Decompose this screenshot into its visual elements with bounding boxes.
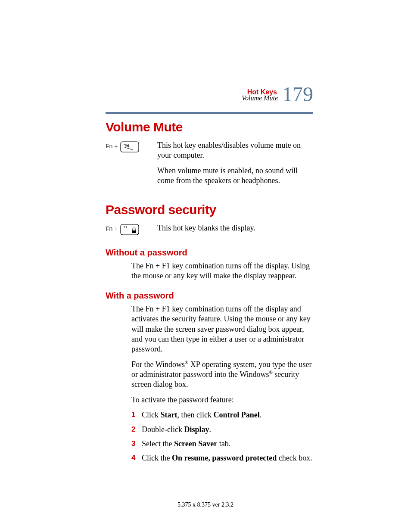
hotkey-column: Fn + F1 xyxy=(106,223,157,236)
content-area: Volume Mute Fn + esc This hot key enable… xyxy=(106,120,313,468)
bold-text: Control Panel xyxy=(213,411,259,419)
fn-label: Fn + xyxy=(106,141,118,149)
page: Hot Keys 179 Volume Mute Volume Mute Fn … xyxy=(0,0,411,532)
password-row: Fn + F1 This hot key blanks the display. xyxy=(106,223,313,238)
password-body: This hot key blanks the display. xyxy=(157,223,313,238)
svg-line-1 xyxy=(125,147,133,150)
section-label: Volume Mute xyxy=(242,94,278,102)
with-password-p1: The Fn + F1 key combination turns off th… xyxy=(131,304,313,355)
text: Click xyxy=(142,411,161,419)
with-password-body: The Fn + F1 key combination turns off th… xyxy=(131,304,313,464)
with-password-p2: For the Windows® XP operating system, yo… xyxy=(131,360,313,390)
fn-label: Fn + xyxy=(106,224,118,232)
text: Double-click xyxy=(142,425,184,434)
bold-text: Start xyxy=(161,411,177,419)
without-password-body: The Fn + F1 key combination turns off th… xyxy=(131,261,313,281)
text: . xyxy=(209,425,212,434)
svg-text:F1: F1 xyxy=(124,226,127,229)
bold-text: Display xyxy=(184,425,209,434)
hotkey-column: Fn + esc xyxy=(106,140,157,154)
text: For the Windows xyxy=(131,360,185,369)
bold-text: On resume, password protected xyxy=(172,454,277,462)
registered-mark: ® xyxy=(269,370,272,375)
step-2: Double-click Display. xyxy=(131,425,313,435)
text: Click the xyxy=(142,454,172,462)
volume-mute-body: This hot key enables/disables volume mut… xyxy=(157,140,313,191)
volume-mute-row: Fn + esc This hot key enables/disables v… xyxy=(106,140,313,191)
volume-mute-p2: When volume mute is enabled, no sound wi… xyxy=(157,166,313,186)
step-3: Select the Screen Saver tab. xyxy=(131,439,313,449)
bold-text: Screen Saver xyxy=(174,439,217,448)
text: tab. xyxy=(217,439,230,448)
page-number: 179 xyxy=(282,84,313,105)
steps-list: Click Start, then click Control Panel. D… xyxy=(131,410,313,464)
svg-text:esc: esc xyxy=(124,143,128,146)
heading-without-password: Without a password xyxy=(106,248,313,258)
page-header: Hot Keys 179 Volume Mute xyxy=(106,84,313,105)
without-password-p1: The Fn + F1 key combination turns off th… xyxy=(131,261,313,281)
text: . xyxy=(260,411,262,419)
volume-mute-p1: This hot key enables/disables volume mut… xyxy=(157,140,313,161)
svg-rect-3 xyxy=(132,230,136,233)
text: , then click xyxy=(177,411,214,419)
text: check box. xyxy=(277,454,312,462)
text: Select the xyxy=(142,439,174,448)
with-password-p3: To activate the password feature: xyxy=(131,395,313,405)
footer-label: 5.375 x 8.375 ver 2.3.2 xyxy=(0,501,411,508)
esc-key-icon: esc xyxy=(120,141,139,154)
heading-password-security: Password security xyxy=(106,202,313,217)
password-p1: This hot key blanks the display. xyxy=(157,223,313,233)
header-rule xyxy=(106,112,313,114)
step-1: Click Start, then click Control Panel. xyxy=(131,410,313,420)
f1-key-icon: F1 xyxy=(120,224,139,236)
heading-volume-mute: Volume Mute xyxy=(106,120,313,134)
step-4: Click the On resume, password protected … xyxy=(131,453,313,463)
heading-with-password: With a password xyxy=(106,291,313,301)
